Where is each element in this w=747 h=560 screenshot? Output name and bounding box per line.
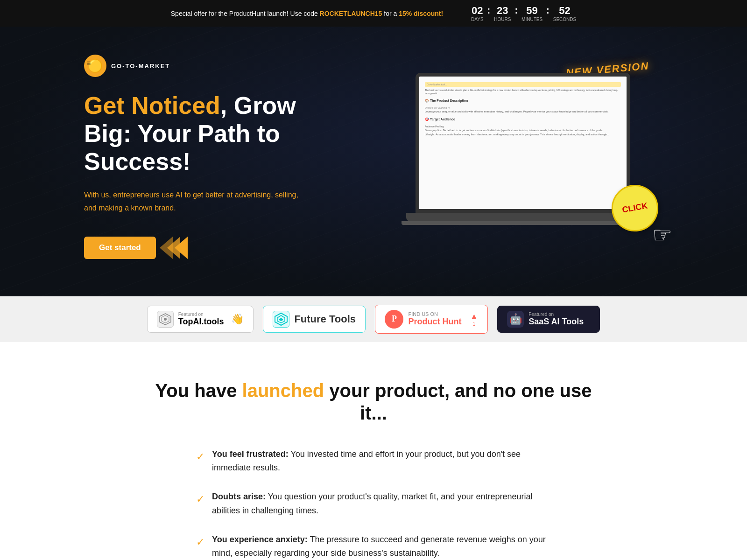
topai-hand-icon: 👋 bbox=[231, 313, 244, 325]
pain-title-start: You have bbox=[155, 380, 242, 401]
check-icon-3: ✓ bbox=[196, 534, 204, 551]
chevrons-icon bbox=[165, 237, 188, 259]
pain-title-highlight: launched bbox=[242, 380, 324, 401]
svg-point-2 bbox=[164, 318, 167, 321]
producthunt-logo: P bbox=[385, 310, 403, 329]
pain-section-title: You have launched your product, and no o… bbox=[140, 379, 607, 424]
pain-text-3: You experience anxiety: The pressure to … bbox=[212, 533, 551, 560]
countdown-hours: 23 HOURS bbox=[494, 5, 511, 22]
badge-saas[interactable]: 🤖 Featured on SaaS AI Tools bbox=[497, 306, 600, 333]
badge-futuretools[interactable]: Future Tools bbox=[263, 306, 366, 333]
hero-section: 🟡 GO-TO-MARKET Get Noticed, Grow Big: Yo… bbox=[0, 27, 747, 296]
futuretools-logo bbox=[273, 311, 289, 328]
hero-description: With us, entrepreneurs use AI to get bet… bbox=[84, 189, 299, 214]
producthunt-score: ▲ 1 bbox=[470, 312, 478, 327]
hero-title-highlight: Get Noticed bbox=[84, 92, 220, 119]
pain-item-3: ✓ You experience anxiety: The pressure t… bbox=[196, 533, 551, 560]
chevron-2 bbox=[167, 237, 180, 259]
check-icon-1: ✓ bbox=[196, 448, 204, 465]
pain-text-2: Doubts arise: You question your product'… bbox=[212, 490, 551, 518]
countdown-minutes: 59 MINUTES bbox=[521, 5, 543, 22]
hero-title: Get Noticed, Grow Big: Your Path to Succ… bbox=[84, 92, 345, 175]
discount-text: 15% discount! bbox=[399, 10, 443, 17]
logo-area: 🟡 GO-TO-MARKET bbox=[84, 55, 345, 77]
offer-suffix: for a bbox=[382, 10, 399, 17]
cursor-icon: ☞ bbox=[652, 222, 672, 248]
countdown-days: 02 DAYS bbox=[471, 5, 484, 22]
badges-bar: Featured on TopAI.tools 👋 Future Tools P… bbox=[0, 296, 747, 342]
get-started-button[interactable]: Get started bbox=[84, 237, 156, 259]
pain-text-1: You feel frustrated: You invested time a… bbox=[212, 448, 551, 475]
offer-text: Special offer for the ProductHunt launch… bbox=[171, 10, 443, 17]
laptop-base bbox=[406, 213, 640, 221]
pain-item-1: ✓ You feel frustrated: You invested time… bbox=[196, 448, 551, 475]
topai-logo bbox=[157, 311, 174, 328]
promo-code: ROCKETLAUNCH15 bbox=[320, 10, 382, 17]
laptop-screen-content: Go-to-Market tool... The best tool is a … bbox=[419, 77, 627, 209]
pain-item-2: ✓ Doubts arise: You question your produc… bbox=[196, 490, 551, 518]
laptop-foot bbox=[402, 221, 644, 225]
main-content: You have launched your product, and no o… bbox=[0, 342, 747, 560]
saas-logo: 🤖 bbox=[507, 311, 524, 328]
badge-producthunt[interactable]: P FIND US ON Product Hunt ▲ 1 bbox=[375, 305, 488, 334]
logo-name: GO-TO-MARKET bbox=[111, 63, 170, 70]
hero-right: NEW VERSION Go-to-Market tool... The bes… bbox=[345, 73, 700, 241]
countdown-timer: 02 DAYS : 23 HOURS : 59 MINUTES : 52 SEC… bbox=[471, 5, 576, 22]
offer-prefix: Special offer for the ProductHunt launch… bbox=[171, 10, 320, 17]
pain-list: ✓ You feel frustrated: You invested time… bbox=[196, 448, 551, 560]
badge-topai[interactable]: Featured on TopAI.tools 👋 bbox=[147, 306, 254, 333]
pain-title-end: your product, and no one use it... bbox=[324, 380, 592, 423]
laptop-mockup: NEW VERSION Go-to-Market tool... The bes… bbox=[402, 73, 644, 241]
logo-icon: 🟡 bbox=[84, 55, 106, 77]
svg-marker-5 bbox=[279, 318, 283, 321]
top-banner: Special offer for the ProductHunt launch… bbox=[0, 0, 747, 27]
countdown-seconds: 52 SECONDS bbox=[553, 5, 576, 22]
check-icon-2: ✓ bbox=[196, 491, 204, 508]
laptop-screen: Go-to-Market tool... The best tool is a … bbox=[416, 73, 630, 213]
hero-left: 🟡 GO-TO-MARKET Get Noticed, Grow Big: Yo… bbox=[84, 55, 345, 259]
hero-actions: Get started bbox=[84, 237, 345, 259]
